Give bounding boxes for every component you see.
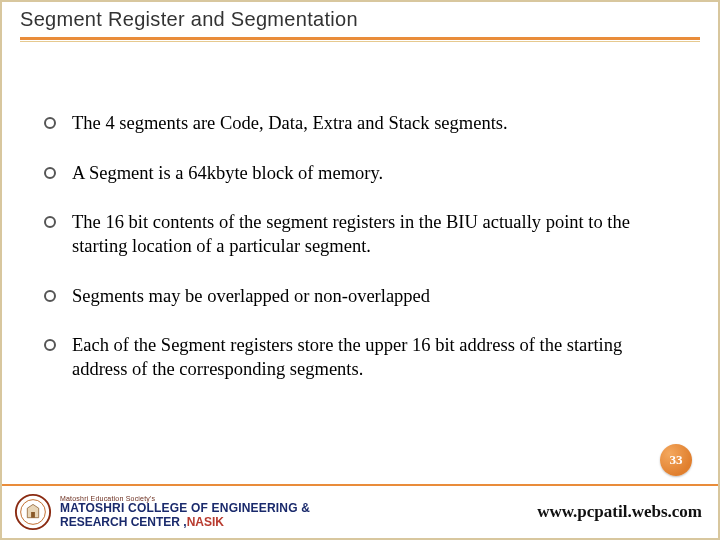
institution-name-line2: RESEARCH CENTER ,NASIK: [60, 516, 310, 529]
page-number-badge: 33: [660, 444, 692, 476]
title-underline: [20, 37, 700, 40]
bullet-text: Segments may be overlapped or non-overla…: [72, 286, 430, 306]
bullet-text: The 4 segments are Code, Data, Extra and…: [72, 113, 508, 133]
bullet-icon: [44, 117, 56, 129]
bullet-icon: [44, 290, 56, 302]
page-number: 33: [670, 452, 683, 468]
bullet-text: The 16 bit contents of the segment regis…: [72, 212, 630, 256]
slide-footer: Matoshri Education Society's MATOSHRI CO…: [2, 486, 718, 538]
svg-rect-2: [31, 512, 35, 518]
list-item: The 16 bit contents of the segment regis…: [44, 211, 676, 258]
footer-url: www.pcpatil.webs.com: [537, 502, 702, 522]
list-item: The 4 segments are Code, Data, Extra and…: [44, 112, 676, 136]
institution-center: RESEARCH CENTER ,: [60, 515, 187, 529]
slide-title-bar: Segment Register and Segmentation: [2, 2, 718, 35]
slide-body: The 4 segments are Code, Data, Extra and…: [2, 42, 718, 382]
institution-logo: [14, 493, 52, 531]
bullet-icon: [44, 167, 56, 179]
bullet-text: Each of the Segment registers store the …: [72, 335, 622, 379]
list-item: A Segment is a 64kbyte block of memory.: [44, 162, 676, 186]
list-item: Segments may be overlapped or non-overla…: [44, 285, 676, 309]
list-item: Each of the Segment registers store the …: [44, 334, 676, 381]
bullet-icon: [44, 216, 56, 228]
bullet-icon: [44, 339, 56, 351]
institution-block: Matoshri Education Society's MATOSHRI CO…: [60, 495, 310, 530]
bullet-text: A Segment is a 64kbyte block of memory.: [72, 163, 383, 183]
institution-name-line1: MATOSHRI COLLEGE OF ENGINEERING &: [60, 502, 310, 515]
bullet-list: The 4 segments are Code, Data, Extra and…: [44, 112, 676, 382]
slide-title: Segment Register and Segmentation: [20, 8, 700, 31]
institution-location: NASIK: [187, 515, 224, 529]
